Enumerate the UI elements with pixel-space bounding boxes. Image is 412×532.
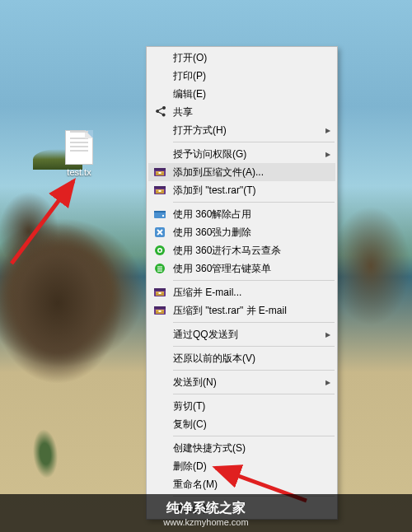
menu-item-2[interactable]: 编辑(E) [148,85,335,103]
menu-item-18[interactable]: 通过QQ发送到 [148,325,335,343]
menu-separator [173,370,335,371]
menu-separator [173,322,335,323]
watermark-url: www.kzmyhome.com [163,517,248,527]
menu-item-label: 授予访问权限(G) [173,147,321,161]
menu-item-27[interactable]: 创建快捷方式(S) [148,439,335,457]
blank-icon [152,352,168,365]
menu-item-28[interactable]: 删除(D) [148,457,335,475]
menu-separator [173,202,335,203]
svg-point-13 [162,215,164,217]
menu-item-label: 压缩到 "test.rar" 并 E-mail [173,304,321,318]
menu-item-13[interactable]: 使用 360管理右键菜单 [148,259,335,278]
blank-icon [152,69,168,82]
svg-rect-5 [159,172,162,174]
landscape-rocks [0,160,144,399]
menu-item-label: 使用 360解除占用 [173,208,321,222]
menu-item-4[interactable]: 打开方式(H) [148,121,335,139]
menu-item-0[interactable]: 打开(O) [148,49,335,67]
menu-item-label: 创建快捷方式(S) [173,441,321,455]
blank-icon [152,399,168,413]
blank-icon [152,418,168,431]
svg-rect-26 [159,292,162,294]
desktop-file-test-txt[interactable]: test.tx [58,130,101,177]
menu-item-10[interactable]: 使用 360解除占用 [148,205,335,223]
file-label: test.tx [58,167,101,177]
watermark-bar: 纯净系统之家 www.kzmyhome.com [0,494,412,532]
menu-item-11[interactable]: 使用 360强力删除 [148,223,335,241]
context-menu: 打开(O)打印(P)编辑(E)共享打开方式(H)授予访问权限(G)添加到压缩文件… [146,46,338,520]
winrar-icon [152,286,168,299]
svg-point-17 [159,250,162,252]
360scan-icon [152,244,168,257]
svg-rect-10 [159,190,162,192]
menu-item-label: 添加到 "test.rar"(T) [173,184,321,198]
svg-rect-20 [157,268,162,269]
menu-item-8[interactable]: 添加到 "test.rar"(T) [148,181,335,199]
menu-item-label: 使用 360强力删除 [173,226,321,240]
file-icon [65,130,93,165]
menu-item-label: 编辑(E) [173,87,321,101]
blank-icon [152,147,168,161]
blank-icon [152,441,168,455]
svg-rect-23 [154,288,166,291]
watermark-title: 纯净系统之家 [166,500,246,517]
menu-item-label: 打开方式(H) [173,124,321,138]
menu-item-label: 还原以前的版本(V) [173,352,321,366]
menu-item-label: 复制(C) [173,418,321,432]
360disk-icon [152,208,168,221]
svg-rect-19 [157,267,162,268]
svg-rect-2 [154,168,166,170]
menu-separator [173,394,335,394]
menu-item-label: 发送到(N) [173,376,321,390]
menu-item-label: 添加到压缩文件(A)... [173,166,321,180]
winrar-icon [152,166,168,179]
menu-item-label: 压缩并 E-mail... [173,286,321,300]
menu-item-29[interactable]: 重命名(M) [148,475,335,493]
svg-rect-28 [154,306,166,309]
menu-item-label: 使用 360管理右键菜单 [173,262,321,276]
menu-item-label: 通过QQ发送到 [173,328,321,342]
menu-item-6[interactable]: 授予访问权限(G) [148,145,335,163]
menu-item-label: 使用 360进行木马云查杀 [173,244,321,258]
share-icon [152,105,168,119]
blank-icon [152,124,168,137]
blank-icon [152,87,168,100]
menu-item-12[interactable]: 使用 360进行木马云查杀 [148,241,335,259]
blank-icon [152,478,168,491]
svg-rect-21 [157,271,162,272]
menu-separator [173,142,335,142]
menu-item-15[interactable]: 压缩并 E-mail... [148,283,335,301]
blank-icon [152,376,168,389]
landscape-grass-tuft [30,428,59,479]
menu-item-label: 重命名(M) [173,478,321,492]
menu-separator [173,346,335,347]
menu-item-7[interactable]: 添加到压缩文件(A)... [148,163,335,181]
winrar-icon [152,184,168,197]
menu-item-25[interactable]: 复制(C) [148,415,335,433]
svg-rect-12 [154,211,166,212]
blank-icon [152,460,168,473]
menu-item-label: 共享 [173,105,321,119]
menu-item-16[interactable]: 压缩到 "test.rar" 并 E-mail [148,301,335,320]
360menu-icon [152,262,168,275]
svg-rect-7 [154,186,166,189]
menu-item-1[interactable]: 打印(P) [148,67,335,85]
menu-separator [173,436,335,436]
blank-icon [152,328,168,341]
winrar-icon [152,304,168,317]
360del-icon [152,226,168,239]
menu-separator [173,280,335,281]
menu-item-label: 打开(O) [173,51,321,65]
menu-item-22[interactable]: 发送到(N) [148,373,335,391]
menu-item-label: 删除(D) [173,460,321,474]
menu-item-3[interactable]: 共享 [148,103,335,121]
menu-item-label: 打印(P) [173,69,321,83]
menu-item-label: 剪切(T) [173,399,321,413]
svg-rect-31 [159,310,162,312]
menu-item-24[interactable]: 剪切(T) [148,397,335,415]
blank-icon [152,51,168,64]
menu-item-20[interactable]: 还原以前的版本(V) [148,349,335,367]
